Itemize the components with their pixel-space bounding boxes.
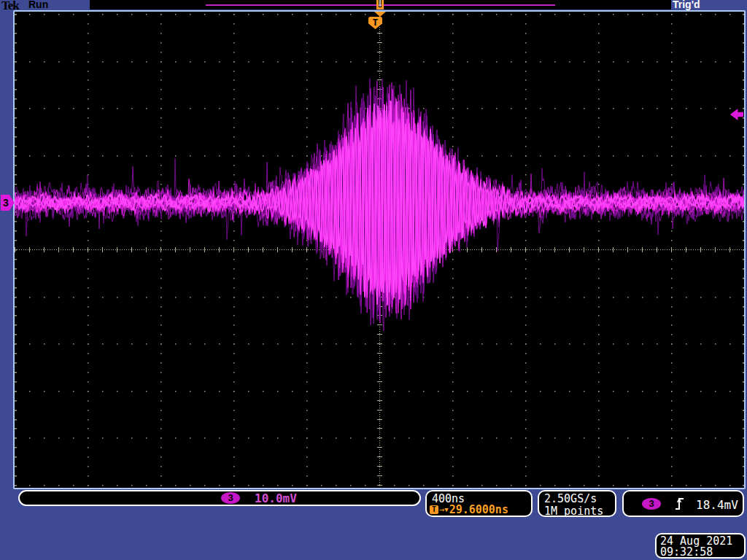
- waveform-canvas: [15, 12, 744, 487]
- trigger-status: Trig'd: [673, 0, 700, 10]
- time-label: 09:32:58: [660, 545, 713, 559]
- channel-scale-readout: 3 10.0mV: [18, 490, 421, 506]
- top-status-bar: Tek Run Trig'd: [0, 0, 747, 10]
- horizontal-readout: 400ns T→▼29.6000ns: [425, 490, 533, 517]
- acquisition-status: Run: [28, 0, 48, 10]
- sample-rate-value: 2.50GS/s: [544, 492, 597, 505]
- trigger-source-badge: 3: [642, 498, 661, 510]
- right-arrow-icon: →: [439, 505, 444, 514]
- trigger-level-value: 18.4mV: [696, 498, 738, 512]
- trigger-delay-t-icon: T: [430, 505, 438, 514]
- down-triangle-icon: ▼: [444, 505, 448, 514]
- trigger-delay-value: 29.6000ns: [449, 503, 508, 516]
- record-view-trigger-marker-inner: [379, 0, 381, 7]
- rising-edge-icon: [675, 497, 685, 510]
- trigger-readout: 3 18.4mV: [622, 490, 744, 517]
- trigger-position-arrow-icon: [374, 12, 386, 17]
- record-view-trigger-marker-icon[interactable]: [376, 0, 384, 9]
- channel-3-badge: 3: [221, 492, 240, 504]
- record-view-strip: [90, 0, 671, 9]
- acquisition-readout: 2.50GS/s 1M points: [538, 490, 616, 517]
- datetime-box: 24 Aug 2021 09:32:58: [655, 533, 746, 559]
- trigger-delay-row: T→▼29.6000ns: [430, 505, 508, 515]
- record-length-value: 1M points: [544, 505, 603, 518]
- channel-scale-value: 10.0mV: [255, 491, 297, 505]
